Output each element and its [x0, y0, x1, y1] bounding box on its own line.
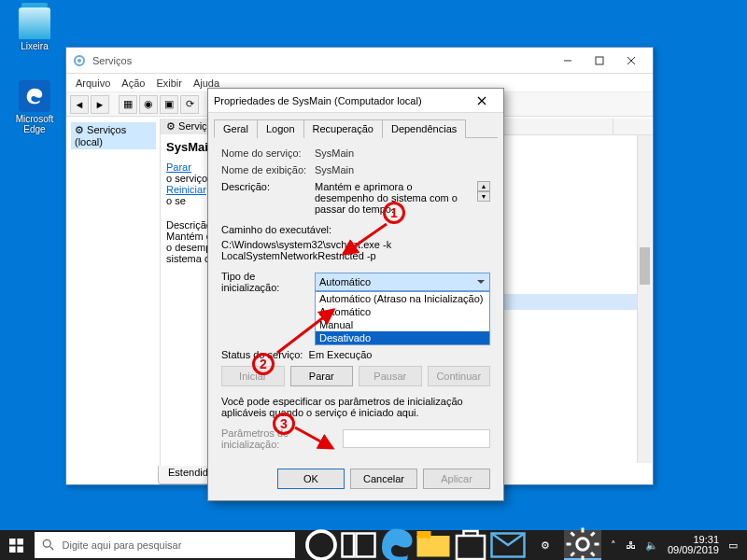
taskview-icon[interactable]	[340, 530, 377, 560]
forward-icon[interactable]: ►	[91, 95, 109, 114]
gear-small-icon: ⚙	[166, 120, 176, 132]
close-icon[interactable]	[466, 90, 498, 112]
svg-point-1	[78, 59, 81, 63]
tb-store-icon[interactable]	[452, 530, 489, 560]
refresh-icon[interactable]: ⟳	[180, 95, 199, 114]
tb-edge-icon[interactable]	[377, 530, 415, 560]
tab-general[interactable]: Geral	[214, 119, 258, 138]
desktop-icon-edge[interactable]: Microsoft Edge	[11, 80, 58, 134]
svg-rect-18	[342, 534, 354, 557]
back-icon[interactable]: ◄	[70, 95, 89, 114]
minimize-button[interactable]	[552, 49, 584, 72]
recycle-label: Lixeira	[11, 41, 58, 51]
svg-rect-13	[9, 546, 16, 553]
params-input[interactable]	[343, 429, 490, 448]
svg-rect-20	[416, 536, 449, 557]
search-icon	[42, 539, 55, 552]
start-button[interactable]: Iniciar	[221, 366, 285, 386]
start-button[interactable]	[0, 530, 33, 560]
stop-button[interactable]: Parar	[290, 366, 354, 386]
services-titlebar[interactable]: Serviços	[66, 48, 653, 74]
exe-path: C:\Windows\system32\svchost.exe -k Local…	[221, 239, 490, 261]
combo-option[interactable]: Manual	[316, 318, 489, 331]
close-button[interactable]	[615, 49, 647, 72]
dialog-title: Propriedades de SysMain (Computador loca…	[214, 95, 466, 106]
combo-option-selected[interactable]: Desativado	[316, 331, 489, 344]
combo-option[interactable]: Automático	[316, 305, 489, 318]
svg-point-24	[577, 539, 589, 551]
display-name: SysMain	[315, 164, 490, 175]
cortana-icon[interactable]	[303, 530, 340, 560]
gear-small-icon: ⚙	[75, 124, 84, 135]
toolbar-btn[interactable]: ▣	[160, 95, 178, 114]
tab-logon[interactable]: Logon	[257, 119, 304, 138]
svg-line-16	[49, 547, 53, 551]
menu-file[interactable]: Arquivo	[76, 77, 110, 89]
edge-icon	[19, 80, 50, 112]
cancel-button[interactable]: Cancelar	[350, 469, 417, 489]
search-placeholder: Digite aqui para pesquisar	[63, 539, 182, 551]
svg-rect-22	[457, 536, 485, 559]
service-name: SysMain	[315, 147, 490, 159]
svg-rect-12	[17, 539, 23, 545]
svg-point-15	[43, 539, 50, 547]
notifications-icon[interactable]: ▭	[728, 539, 738, 552]
chevron-up-icon[interactable]: ˄	[611, 539, 616, 552]
scroll-thumb[interactable]	[640, 247, 650, 285]
combo-option[interactable]: Automático (Atraso na Inicialização)	[316, 292, 489, 305]
menu-view[interactable]: Exibir	[156, 77, 182, 89]
network-icon[interactable]: 🖧	[626, 539, 636, 551]
tab-deps[interactable]: Dependências	[382, 119, 466, 138]
clock[interactable]: 19:31 09/09/2019	[668, 535, 719, 555]
maximize-button[interactable]	[584, 49, 615, 72]
desktop-icon-recycle[interactable]: Lixeira	[11, 7, 58, 51]
description-text: Mantém e aprimora o desempenho do sistem…	[315, 181, 477, 215]
tray: ˄ 🖧 🔈 19:31 09/09/2019 ▭	[601, 535, 747, 555]
scroll-down-icon[interactable]: ▼	[477, 191, 490, 202]
tb-services-icon[interactable]: ⚙	[527, 530, 564, 560]
apply-button[interactable]: Aplicar	[423, 469, 490, 489]
properties-dialog: Propriedades de SysMain (Computador loca…	[207, 88, 504, 501]
svg-point-17	[307, 531, 335, 559]
svg-rect-14	[17, 546, 23, 553]
services-title: Serviços	[92, 55, 552, 66]
help-text: Você pode especificar os parâmetros de i…	[221, 396, 490, 418]
toolbar-btn[interactable]: ▦	[119, 95, 137, 114]
recycle-bin-icon	[19, 7, 50, 39]
edge-label: Microsoft Edge	[11, 114, 58, 134]
menu-action[interactable]: Ação	[121, 77, 145, 89]
ok-button[interactable]: OK	[277, 469, 345, 489]
menu-help[interactable]: Ajuda	[193, 77, 219, 89]
service-status: Em Execução	[309, 349, 373, 360]
startup-type-combo[interactable]: Automático	[315, 273, 490, 291]
taskbar: Digite aqui para pesquisar ⚙ ˄ 🖧 🔈 19:31…	[0, 530, 747, 560]
tb-settings-icon[interactable]	[564, 530, 601, 560]
svg-rect-3	[596, 57, 603, 64]
volume-icon[interactable]: 🔈	[645, 539, 658, 552]
startup-type-dropdown: Automático (Atraso na Inicialização) Aut…	[315, 291, 490, 345]
svg-rect-11	[9, 539, 16, 545]
scroll-up-icon[interactable]: ▲	[477, 181, 490, 191]
gear-icon	[72, 53, 87, 68]
search-box[interactable]: Digite aqui para pesquisar	[35, 532, 295, 558]
toolbar-btn[interactable]: ◉	[139, 95, 158, 114]
pause-button[interactable]: Pausar	[359, 366, 422, 386]
scrollbar[interactable]	[637, 135, 652, 463]
tb-mail-icon[interactable]	[489, 530, 527, 560]
svg-rect-21	[416, 531, 430, 539]
svg-rect-19	[356, 534, 374, 557]
tree-node-local[interactable]: ⚙ Serviços (local)	[71, 122, 156, 149]
tree-pane: ⚙ Serviços (local)	[67, 119, 161, 483]
continue-button[interactable]: Continuar	[428, 366, 491, 386]
dialog-titlebar[interactable]: Propriedades de SysMain (Computador loca…	[208, 89, 503, 113]
tab-recovery[interactable]: Recuperação	[303, 119, 383, 138]
tb-explorer-icon[interactable]	[415, 530, 452, 560]
